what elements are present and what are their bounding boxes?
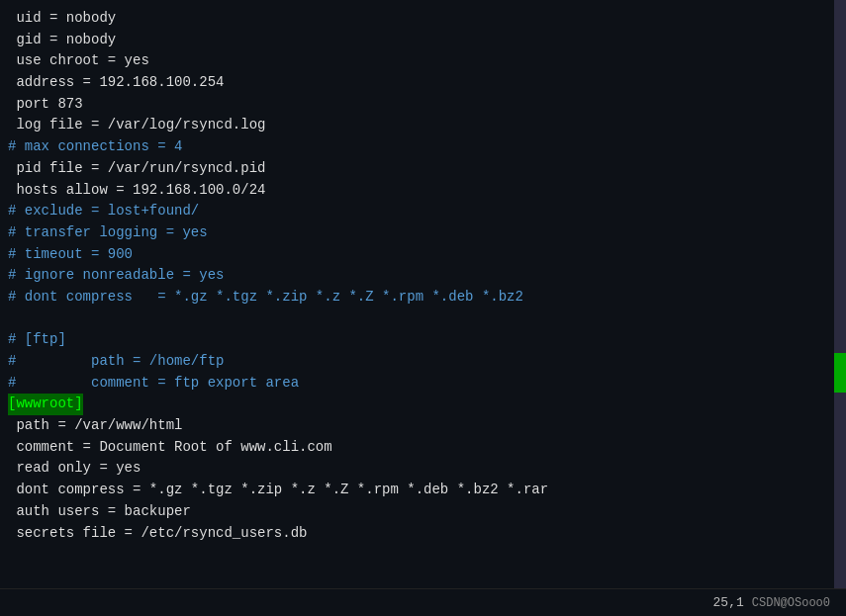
code-area[interactable]: uid = nobody gid = nobody use chroot = y… [0,0,846,588]
line-content: # timeout = 900 [8,244,133,266]
line-content: # comment = ftp export area [8,373,299,395]
line-content: use chroot = yes [8,50,149,72]
line-content: comment = Document Root of www.cli.com [8,437,332,459]
line-12: # timeout = 900 [8,244,846,266]
line-content: read only = yes [8,458,141,480]
line-1: uid = nobody [8,8,846,30]
line-15 [8,308,846,330]
line-9: hosts allow = 192.168.100.0/24 [8,180,846,202]
line-content: dont compress = *.gz *.tgz *.zip *.z *.Z… [8,480,548,501]
line-content: address = 192.168.100.254 [8,72,224,94]
line-content: auth users = backuper [8,501,191,523]
status-bar: 25,1 CSDN@OSooo0 [0,588,846,616]
line-content: # exclude = lost+found/ [8,201,199,222]
line-2: gid = nobody [8,30,846,51]
line-content: log file = /var/log/rsyncd.log [8,115,265,136]
line-content: # ignore nonreadable = yes [8,265,224,287]
line-content: # max connections = 4 [8,136,182,158]
line-content: gid = nobody [8,30,116,51]
line-content: path = /var/www/html [8,415,182,437]
line-10: # exclude = lost+found/ [8,201,846,222]
scrollbar[interactable] [834,0,846,588]
cursor-position: 25,1 [713,595,744,610]
line-19: [wwwroot] [8,394,846,415]
line-20: path = /var/www/html [8,415,846,437]
line-content [8,308,16,330]
line-4: address = 192.168.100.254 [8,72,846,94]
line-content: uid = nobody [8,8,116,30]
line-11: # transfer logging = yes [8,222,846,244]
scrollbar-thumb[interactable] [834,353,846,393]
line-13: # ignore nonreadable = yes [8,265,846,287]
line-3: use chroot = yes [8,50,846,72]
line-8: pid file = /var/run/rsyncd.pid [8,158,846,180]
line-23: dont compress = *.gz *.tgz *.zip *.z *.Z… [8,480,846,501]
editor-window: uid = nobody gid = nobody use chroot = y… [0,0,846,616]
line-17: # path = /home/ftp [8,351,846,373]
line-21: comment = Document Root of www.cli.com [8,437,846,459]
line-18: # comment = ftp export area [8,373,846,395]
line-7: # max connections = 4 [8,136,846,158]
line-content: # [ftp] [8,329,66,351]
line-14: # dont compress = *.gz *.tgz *.zip *.z *… [8,287,846,308]
line-22: read only = yes [8,458,846,480]
line-content: # dont compress = *.gz *.tgz *.zip *.z *… [8,287,523,308]
line-content: secrets file = /etc/rsyncd_users.db [8,523,307,545]
line-16: # [ftp] [8,329,846,351]
line-content: port 873 [8,94,83,116]
bracket-label: [wwwroot] [8,394,83,415]
line-content: pid file = /var/run/rsyncd.pid [8,158,265,180]
line-content: hosts allow = 192.168.100.0/24 [8,180,265,202]
line-24: auth users = backuper [8,501,846,523]
watermark-text: CSDN@OSooo0 [752,596,830,610]
line-content: # transfer logging = yes [8,222,208,244]
line-content: # path = /home/ftp [8,351,224,373]
line-6: log file = /var/log/rsyncd.log [8,115,846,136]
line-5: port 873 [8,94,846,116]
line-25: secrets file = /etc/rsyncd_users.db [8,523,846,545]
